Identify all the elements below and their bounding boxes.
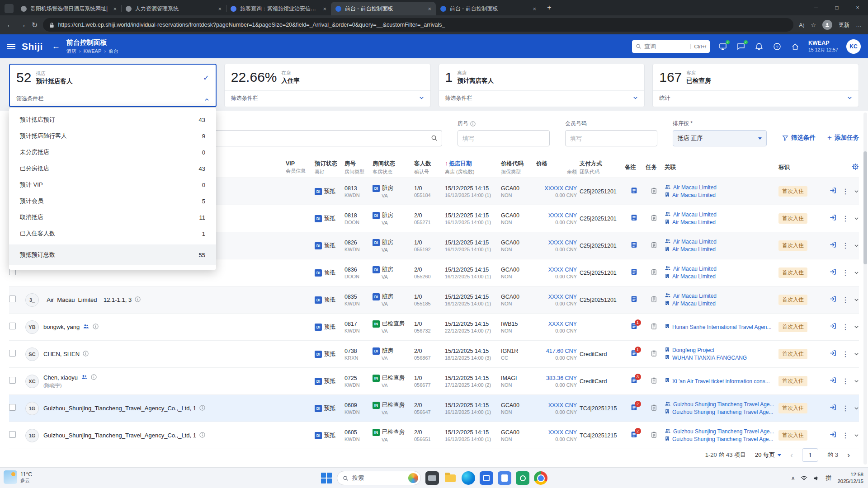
browser-update-button[interactable]: 更新 — [839, 21, 849, 29]
note-icon[interactable] — [630, 295, 638, 303]
accompany-guests-icon[interactable] — [83, 323, 90, 331]
column-header[interactable]: 任务 — [646, 164, 665, 171]
info-icon[interactable] — [83, 350, 89, 358]
linked-profile[interactable]: WUHAN TIANXIA FANGCANG — [665, 354, 776, 362]
chrome-icon[interactable] — [534, 471, 547, 485]
global-search-input[interactable]: 查询 Ctrl+/ — [632, 40, 710, 53]
info-icon[interactable] — [93, 323, 99, 331]
more-actions-icon[interactable]: ⋮ — [842, 378, 849, 385]
checkin-icon[interactable] — [829, 322, 837, 332]
tab-close-icon[interactable]: × — [218, 5, 222, 12]
linked-profile[interactable]: Dongfeng Project — [665, 347, 776, 354]
browser-menu-icon[interactable]: … — [856, 22, 862, 28]
more-actions-icon[interactable]: ⋮ — [842, 405, 849, 412]
breadcrumb-frontdesk[interactable]: 前台 — [108, 48, 118, 55]
row-checkbox[interactable] — [9, 404, 16, 411]
browser-tab[interactable]: 人力资源管理系统× — [121, 2, 226, 15]
linked-profile[interactable]: Air Macau Limited — [665, 184, 776, 192]
expand-row-icon[interactable] — [854, 404, 859, 413]
column-header[interactable]: 房号房间类型 — [344, 160, 373, 175]
close-button[interactable]: × — [847, 0, 868, 15]
note-icon[interactable] — [630, 241, 638, 249]
checkin-icon[interactable] — [829, 295, 837, 305]
stat-card-footer[interactable]: 筛选条件栏 — [439, 90, 645, 106]
app-icon-calculator[interactable] — [498, 471, 511, 485]
info-icon[interactable] — [91, 374, 97, 382]
breadcrumb-property[interactable]: KWEAP — [84, 48, 102, 54]
stat-card-footer[interactable]: 统计 — [653, 90, 859, 106]
info-icon[interactable] — [199, 404, 205, 413]
linked-profile[interactable]: Air Macau Limited — [665, 192, 776, 199]
more-actions-icon[interactable]: ⋮ — [842, 269, 849, 277]
stat-card-2[interactable]: 1离店预计离店客人筛选条件栏 — [439, 64, 645, 107]
linked-profile[interactable]: Guizhou Shunjing Tiancheng Travel Age... — [665, 408, 776, 416]
table-row[interactable]: 3__Air_Macau_Limited__12.1-1.1, 3DI预抵083… — [9, 286, 859, 314]
row-checkbox[interactable] — [9, 350, 16, 357]
app-icon-desktop[interactable] — [425, 471, 439, 485]
checkin-icon[interactable] — [829, 241, 837, 250]
note-icon[interactable]: 3 — [630, 376, 638, 384]
speaker-icon[interactable] — [813, 475, 820, 481]
note-icon[interactable]: 1 — [630, 322, 638, 330]
checkin-icon[interactable] — [829, 404, 837, 413]
expand-row-icon[interactable] — [854, 432, 859, 440]
table-row[interactable]: 1GGuizhou_Shunjing_Tiancheng_Travel_Agen… — [9, 395, 859, 422]
note-icon[interactable] — [630, 268, 638, 276]
workstation-icon[interactable]: ✓ — [718, 42, 728, 52]
sort-select[interactable]: 抵店 正序 — [673, 130, 767, 146]
task-icon[interactable] — [651, 378, 657, 385]
taskbar-search[interactable]: 搜索 — [337, 471, 421, 485]
more-actions-icon[interactable]: ⋮ — [842, 351, 849, 358]
expand-row-icon[interactable] — [854, 296, 859, 304]
column-header[interactable]: 支付方式团队代码 — [580, 160, 625, 175]
linked-profile[interactable]: Air Macau Limited — [665, 273, 776, 281]
info-icon[interactable] — [199, 432, 205, 440]
tab-close-icon[interactable]: × — [323, 5, 326, 12]
weather-widget[interactable]: 11°C 多云 — [4, 470, 32, 484]
more-actions-icon[interactable]: ⋮ — [842, 324, 849, 331]
note-icon[interactable]: 1 — [630, 349, 638, 357]
more-actions-icon[interactable]: ⋮ — [842, 242, 849, 249]
row-checkbox[interactable] — [9, 431, 16, 438]
info-icon[interactable] — [135, 296, 141, 304]
linked-profile[interactable]: Air Macau Limited — [665, 292, 776, 300]
linked-profile[interactable]: Guizhou Shunjing Tiancheng Travel Age... — [665, 436, 776, 443]
column-header[interactable]: 备注 — [625, 164, 646, 171]
column-settings-gear-icon[interactable] — [852, 163, 859, 172]
checkin-icon[interactable] — [829, 431, 837, 440]
per-page-select[interactable]: 20 每页 — [755, 451, 781, 459]
stat-card-0[interactable]: 52抵店预计抵店客人✓筛选条件栏 — [9, 64, 217, 107]
linked-profile[interactable]: Air Macau Limited — [665, 300, 776, 308]
stat-card-footer[interactable]: 筛选条件栏 — [10, 91, 216, 106]
forward-icon[interactable]: → — [19, 21, 26, 29]
task-icon[interactable] — [651, 188, 657, 196]
guest-name[interactable]: bongwk, yang — [43, 324, 80, 330]
url-field[interactable]: https://cn1.web.ep.shiji.world/individua… — [43, 18, 793, 32]
maximize-button[interactable]: □ — [826, 0, 847, 15]
row-checkbox[interactable] — [9, 377, 16, 384]
minimize-button[interactable]: ─ — [806, 0, 826, 15]
note-icon[interactable]: 2 — [630, 431, 638, 438]
tab-close-icon[interactable]: × — [428, 5, 431, 12]
task-icon[interactable] — [651, 296, 657, 304]
task-icon[interactable] — [651, 215, 657, 223]
task-icon[interactable] — [651, 269, 657, 277]
table-row[interactable]: 1GGuizhou_Shunjing_Tiancheng_Travel_Agen… — [9, 422, 859, 449]
table-row[interactable]: XCChen, xiaoyu(陈晓宇)DI预抵0725KWDNIN已检查房VA1… — [9, 368, 859, 395]
expand-row-icon[interactable] — [854, 323, 859, 331]
header-back-icon[interactable]: ← — [52, 42, 60, 51]
notification-bell-icon[interactable] — [754, 42, 764, 52]
stat-card-1[interactable]: 22.66%在店入住率筛选条件栏 — [224, 64, 431, 107]
guest-name[interactable]: CHEN, SHEN — [43, 351, 80, 357]
expand-row-icon[interactable] — [854, 350, 859, 358]
dropdown-item[interactable]: 预计抵店预订43 — [9, 112, 216, 128]
note-icon[interactable]: 2 — [630, 404, 638, 411]
scrollbar-thumb[interactable] — [863, 151, 867, 264]
add-task-button[interactable]: + 添加任务 — [827, 133, 859, 142]
column-header[interactable]: 关联 — [665, 164, 778, 171]
ime-indicator[interactable]: 拼 — [826, 474, 831, 482]
note-icon[interactable] — [630, 214, 638, 221]
checkin-icon[interactable] — [829, 349, 837, 359]
search-icon[interactable] — [431, 135, 438, 143]
linked-profile[interactable]: Air Macau Limited — [665, 238, 776, 246]
